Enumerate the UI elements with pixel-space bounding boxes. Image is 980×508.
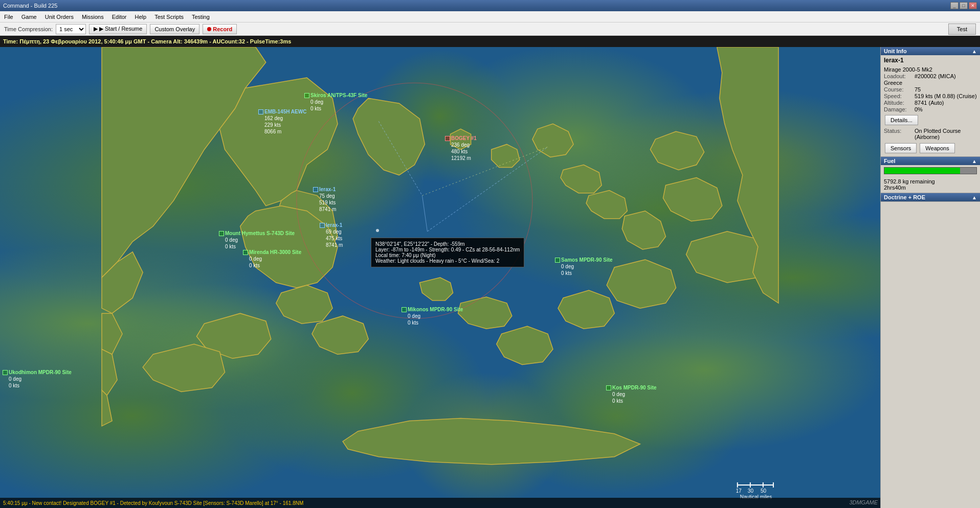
fuel-bar-container xyxy=(884,167,977,174)
menubar: File Game Unit Orders Missions Editor He… xyxy=(0,11,980,22)
unit-emb145h[interactable]: EMB-145H AEWC 162 deg 229 kts 8066 m xyxy=(258,108,306,135)
unit-icon-mikonos xyxy=(402,307,407,312)
course-value: 75 xyxy=(915,86,921,93)
close-button[interactable]: ✕ xyxy=(969,2,977,9)
start-resume-button[interactable]: ▶ ▶ Start / Resume xyxy=(89,24,147,34)
menu-help[interactable]: Help xyxy=(131,11,151,22)
unit-samos[interactable]: Samos MPDR-90 Site 0 deg 0 kts xyxy=(555,257,613,276)
doctrine-title: Doctrine + ROE xyxy=(884,194,925,200)
aircraft-type-row: Mirage 2000-5 Mk2 xyxy=(884,66,977,73)
unit-icon-ierax1b xyxy=(320,223,325,228)
unit-info-section: Unit Info ▲ Ierax-1 Mirage 2000-5 Mk2 Lo… xyxy=(881,47,980,157)
fuel-remaining: 5792.8 kg remaining xyxy=(884,178,977,184)
fuel-section: Fuel ▲ 5792.8 kg remaining 2hrs40m xyxy=(881,157,980,193)
custom-overlay-button[interactable]: Custom Overlay xyxy=(150,24,199,34)
titlebar: Command - Build 225 _ □ ✕ xyxy=(0,0,980,11)
unit-icon-bogey1 xyxy=(445,136,450,141)
speed-label: Speed: xyxy=(884,93,915,99)
unit-info-expand-button[interactable]: ▲ xyxy=(972,49,977,54)
fuel-expand-button[interactable]: ▲ xyxy=(972,158,977,164)
unit-mount-hymettus[interactable]: Mount Hymettus S-743D Site 0 deg 0 kts xyxy=(219,230,295,250)
country-value: Greece xyxy=(884,80,902,86)
fuel-header: Fuel ▲ xyxy=(881,157,980,165)
unit-icon-mount-hymettus xyxy=(219,231,224,236)
fuel-content: 5792.8 kg remaining 2hrs40m xyxy=(881,176,980,193)
doctrine-header: Doctrine + ROE ▲ xyxy=(881,193,980,201)
status-row: Status: On Plotted Course (Airborne) xyxy=(884,128,977,140)
unit-name: Ierax-1 xyxy=(881,55,980,64)
status-label: Status: xyxy=(884,128,915,140)
maximize-button[interactable]: □ xyxy=(960,2,968,9)
statusbar: Time: Πέμπτη, 23 Φεβρουαρίου 2012, 5:40:… xyxy=(0,36,980,47)
unit-bogey1[interactable]: BOGEY #1 236 deg 480 kts 12192 m xyxy=(445,135,477,161)
damage-row: Damage: 0% xyxy=(884,106,977,112)
status-text: Time: Πέμπτη, 23 Φεβρουαρίου 2012, 5:40:… xyxy=(3,38,291,44)
speed-value: 519 kts (M 0.88) (Cruise) xyxy=(915,93,977,99)
sensors-button[interactable]: Sensors xyxy=(885,143,917,153)
unit-mikonos[interactable]: Mikonos MPDR-90 Site 0 deg 0 kts xyxy=(402,306,463,326)
unit-icon-ierax1a xyxy=(313,187,318,192)
altitude-value: 8741 (Auto) xyxy=(915,100,944,106)
unit-info-title: Unit Info xyxy=(884,48,907,54)
menu-game[interactable]: Game xyxy=(17,11,41,22)
minimize-button[interactable]: _ xyxy=(950,2,959,9)
test-button[interactable]: Test xyxy=(948,24,976,35)
unit-icon-samos xyxy=(555,258,560,263)
titlebar-controls: _ □ ✕ xyxy=(950,2,977,9)
time-compression-select[interactable]: 1 sec 5 sec 15 sec 30 sec 1 min xyxy=(56,24,86,34)
details-button[interactable]: Details... xyxy=(885,115,918,125)
unit-icon-mirenda xyxy=(243,250,248,255)
watermark: 3DMGAME xyxy=(849,499,878,505)
speed-row: Speed: 519 kts (M 0.88) (Cruise) xyxy=(884,93,977,99)
menu-unit-orders[interactable]: Unit Orders xyxy=(41,11,78,22)
status-value: On Plotted Course (Airborne) xyxy=(915,128,977,140)
loadout-value: #200002 (MICA) xyxy=(915,73,956,79)
unit-icon-kos xyxy=(606,385,611,390)
unit-ierax1-a[interactable]: Ierax-1 75 deg 519 kts 8741 m xyxy=(313,186,336,213)
weapons-button[interactable]: Weapons xyxy=(920,143,954,153)
details-row: Details... xyxy=(884,114,977,126)
bottom-message: 5:40:15 μμ - New contact! Designated BOG… xyxy=(0,498,880,508)
main-content: 17 30 50 Nautical miles Skiros AN/TPS-43… xyxy=(0,47,980,508)
menu-missions[interactable]: Missions xyxy=(78,11,108,22)
map-area[interactable]: 17 30 50 Nautical miles Skiros AN/TPS-43… xyxy=(0,47,880,508)
unit-kos[interactable]: Kos MPDR-90 Site 0 deg 0 kts xyxy=(606,384,657,404)
play-icon: ▶ xyxy=(94,26,98,32)
doctrine-expand-button[interactable]: ▲ xyxy=(972,195,977,200)
unit-skiros[interactable]: Skiros AN/TPS-43F Site 0 deg 0 kts xyxy=(304,92,367,112)
menu-editor[interactable]: Editor xyxy=(108,11,131,22)
course-row: Course: 75 xyxy=(884,86,977,93)
toolbar: Time Compression: 1 sec 5 sec 15 sec 30 … xyxy=(0,22,980,36)
sensor-weapon-buttons: Sensors Weapons xyxy=(884,142,977,154)
unit-icon-skiros xyxy=(304,93,309,98)
bottom-message-text: 5:40:15 μμ - New contact! Designated BOG… xyxy=(3,500,303,506)
unit-info-content: Mirage 2000-5 Mk2 Loadout: #200002 (MICA… xyxy=(881,64,980,156)
map-background xyxy=(0,47,880,508)
cursor-indicator xyxy=(376,229,379,232)
doctrine-section: Doctrine + ROE ▲ xyxy=(881,193,980,202)
unit-mirenda[interactable]: Mirenda HR-3000 Site 0 deg 0 kts xyxy=(243,249,301,269)
time-compression-label: Time Compression: xyxy=(4,26,53,32)
altitude-row: Altitude: 8741 (Auto) xyxy=(884,100,977,106)
titlebar-title: Command - Build 225 xyxy=(3,3,57,9)
unit-ukodhimon[interactable]: Ukodhimon MPDR-90 Site 0 deg 0 kts xyxy=(3,369,72,389)
menu-file[interactable]: File xyxy=(0,11,17,22)
watermark-text: 3DMGAME xyxy=(849,499,878,505)
course-label: Course: xyxy=(884,86,915,93)
loadout-label: Loadout: xyxy=(884,73,915,79)
loadout-row: Loadout: #200002 (MICA) xyxy=(884,73,977,79)
unit-info-header: Unit Info ▲ xyxy=(881,47,980,55)
damage-label: Damage: xyxy=(884,106,915,112)
fuel-time: 2hrs40m xyxy=(884,184,977,191)
unit-icon-emb145h xyxy=(258,109,263,114)
record-button[interactable]: Record xyxy=(203,24,237,34)
menu-testing[interactable]: Testing xyxy=(188,11,214,22)
unit-ierax1-b[interactable]: Ierax-1 69 deg 475 kts 8741 m xyxy=(320,222,343,248)
record-icon xyxy=(207,27,211,31)
fuel-title: Fuel xyxy=(884,158,896,164)
damage-value: 0% xyxy=(915,106,923,112)
country-row: Greece xyxy=(884,80,977,86)
menu-test-scripts[interactable]: Test Scripts xyxy=(150,11,188,22)
right-panel: Unit Info ▲ Ierax-1 Mirage 2000-5 Mk2 Lo… xyxy=(880,47,980,508)
fuel-bar xyxy=(884,168,960,174)
